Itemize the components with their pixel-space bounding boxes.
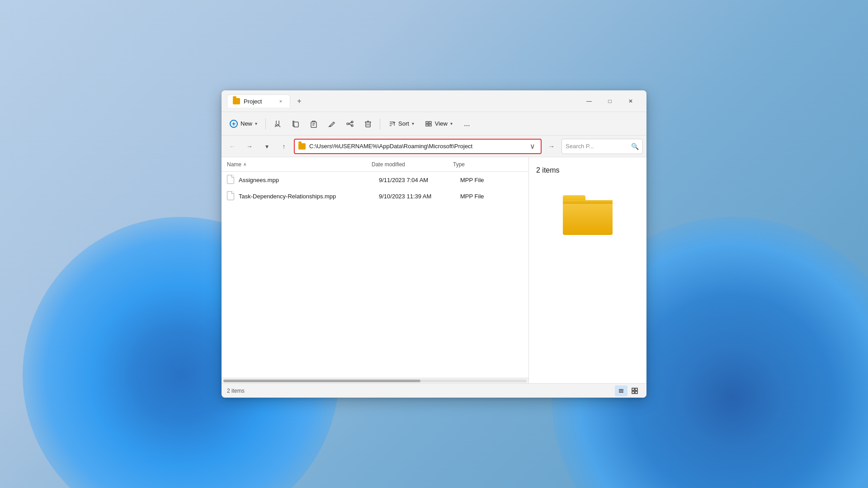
- view-icon: [425, 120, 432, 127]
- new-button-label: New: [241, 120, 252, 127]
- scrollbar-thumb[interactable]: [223, 380, 420, 382]
- sort-button-chevron: ▾: [412, 121, 414, 126]
- more-button[interactable]: ...: [459, 116, 475, 132]
- file-name: Task-Dependency-Relationships.mpp: [239, 193, 379, 200]
- new-tab-button[interactable]: +: [292, 94, 307, 108]
- svg-rect-18: [429, 122, 431, 123]
- address-bar[interactable]: ∨: [294, 139, 542, 154]
- copy-icon: [292, 120, 300, 128]
- search-icon: 🔍: [631, 143, 639, 150]
- preview-panel: 2 items: [529, 157, 646, 383]
- grid-view-icon: [631, 387, 638, 394]
- preview-item-count: 2 items: [536, 166, 560, 174]
- back-button[interactable]: ←: [225, 139, 240, 154]
- address-input[interactable]: [309, 143, 524, 150]
- sort-arrow-icon: ∧: [243, 162, 246, 167]
- type-column-header[interactable]: Type: [453, 161, 523, 168]
- search-box[interactable]: Search P... 🔍: [561, 139, 643, 154]
- rename-icon: [328, 120, 336, 128]
- file-icon: [227, 175, 235, 185]
- status-bar: 2 items: [222, 383, 646, 398]
- folder-body: [563, 201, 613, 235]
- svg-rect-20: [429, 124, 431, 126]
- address-dropdown-icon[interactable]: ∨: [528, 140, 537, 152]
- up-button[interactable]: ↑: [277, 139, 291, 154]
- paste-button[interactable]: [306, 116, 322, 132]
- file-icon-shape: [227, 191, 234, 200]
- share-icon: [346, 120, 354, 128]
- file-icon: [227, 191, 235, 201]
- tab-folder-icon: [233, 98, 240, 104]
- file-date: 9/10/2023 11:39 AM: [379, 193, 460, 200]
- view-button-label: View: [435, 120, 448, 127]
- date-column-header[interactable]: Date modified: [372, 161, 453, 168]
- svg-rect-17: [426, 122, 428, 123]
- close-button[interactable]: ✕: [620, 94, 641, 108]
- svg-rect-24: [632, 388, 634, 390]
- active-tab[interactable]: Project ×: [227, 94, 290, 108]
- nav-dropdown-icon: ▾: [265, 143, 269, 150]
- address-folder-icon: [298, 143, 306, 150]
- list-view-icon: [618, 387, 625, 394]
- tab-title: Project: [244, 98, 262, 105]
- address-bar-row: ← → ▾ ↑ ∨ → Search P... 🔍: [222, 136, 646, 157]
- delete-button[interactable]: [360, 116, 376, 132]
- forward-button[interactable]: →: [242, 139, 257, 154]
- grid-view-button[interactable]: [628, 385, 641, 396]
- file-icon-shape: [227, 175, 234, 184]
- new-button-icon: +: [230, 120, 238, 128]
- nav-dropdown-button[interactable]: ▾: [259, 139, 274, 154]
- new-button-chevron: ▾: [255, 121, 257, 126]
- view-toggle: [615, 385, 641, 396]
- tab-close-button[interactable]: ×: [277, 98, 284, 105]
- up-icon: ↑: [283, 143, 286, 150]
- file-explorer-window: Project × + — □ ✕ + New ▾: [222, 90, 646, 398]
- share-button[interactable]: [342, 116, 358, 132]
- back-icon: ←: [229, 143, 236, 150]
- new-button[interactable]: + New ▾: [225, 117, 262, 131]
- svg-rect-26: [632, 391, 634, 394]
- file-name: Assignees.mpp: [239, 177, 379, 183]
- maximize-button[interactable]: □: [599, 94, 620, 108]
- svg-rect-9: [366, 122, 370, 127]
- status-item-count: 2 items: [227, 388, 245, 394]
- sort-icon: [388, 120, 396, 127]
- forward-icon: →: [246, 143, 253, 150]
- copy-button[interactable]: [288, 116, 304, 132]
- file-type: MPP File: [460, 177, 523, 183]
- svg-rect-19: [426, 124, 428, 126]
- sort-button[interactable]: Sort ▾: [384, 117, 419, 130]
- file-type: MPP File: [460, 193, 523, 200]
- title-bar: Project × + — □ ✕: [222, 90, 646, 112]
- svg-rect-3: [311, 122, 316, 127]
- preview-folder-icon: [563, 194, 613, 235]
- toolbar: + New ▾: [222, 112, 646, 136]
- view-button-chevron: ▾: [450, 121, 453, 126]
- column-headers: Name ∧ Date modified Type: [222, 157, 528, 172]
- search-placeholder: Search P...: [566, 143, 628, 150]
- horizontal-scrollbar[interactable]: [222, 378, 528, 383]
- sort-button-label: Sort: [398, 120, 409, 127]
- paste-icon: [310, 120, 318, 128]
- minimize-button[interactable]: —: [579, 94, 599, 108]
- view-button[interactable]: View ▾: [420, 117, 457, 130]
- file-row[interactable]: Assignees.mpp 9/11/2023 7:04 AM MPP File: [222, 172, 528, 188]
- rename-button[interactable]: [324, 116, 340, 132]
- name-column-header[interactable]: Name ∧: [227, 161, 372, 168]
- cut-icon: [274, 120, 282, 128]
- cut-button[interactable]: [269, 116, 286, 132]
- window-controls: — □ ✕: [579, 94, 641, 108]
- toolbar-separator-1: [265, 118, 266, 129]
- go-icon: →: [548, 143, 555, 150]
- more-icon: ...: [464, 120, 470, 128]
- svg-rect-25: [635, 388, 637, 390]
- file-date: 9/11/2023 7:04 AM: [379, 177, 460, 183]
- file-row[interactable]: Task-Dependency-Relationships.mpp 9/10/2…: [222, 188, 528, 204]
- file-list: Assignees.mpp 9/11/2023 7:04 AM MPP File…: [222, 172, 528, 378]
- svg-rect-27: [635, 391, 637, 394]
- address-go-button[interactable]: →: [544, 139, 559, 154]
- delete-icon: [364, 120, 372, 128]
- toolbar-separator-2: [380, 118, 380, 129]
- list-view-button[interactable]: [615, 385, 627, 396]
- scrollbar-track: [223, 380, 527, 382]
